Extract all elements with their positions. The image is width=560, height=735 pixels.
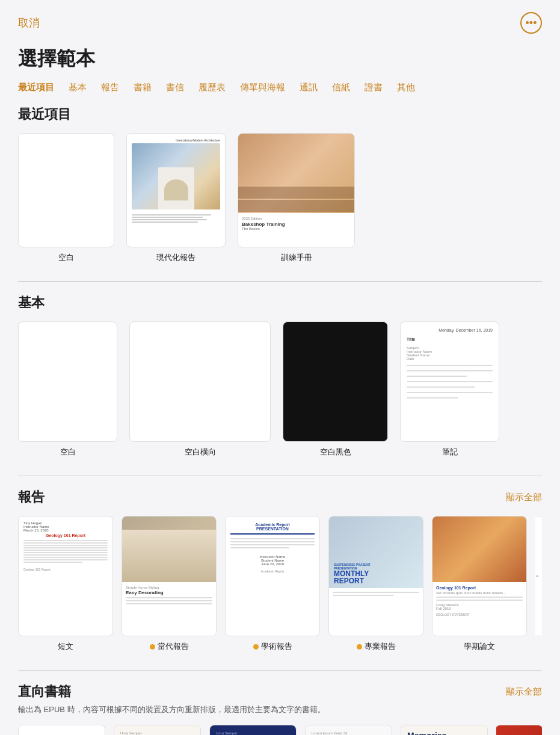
- book-etend[interactable]: Urna Semper Etend... Etend...: [209, 725, 297, 735]
- book-memories-traveler[interactable]: Memoriesof aTraveler Memories of a Trave…: [401, 725, 488, 735]
- portrait-books-subtitle: 輸出為 EPUB 時，內容可根據不同的裝置及方向重新排版，最適用於主要為文字的書…: [18, 704, 542, 715]
- more-icon: •••: [526, 17, 537, 29]
- template-label: 當代報告: [150, 641, 189, 652]
- header: 取消 •••: [0, 0, 560, 40]
- book-grid: 空白 Urna Semper Desert Dunes Desert Dunes…: [18, 725, 542, 735]
- template-blank-landscape[interactable]: 空白橫向: [129, 321, 271, 457]
- report-section: 報告 顯示全部 Tina HuganInstructor NameMarch 1…: [0, 488, 560, 670]
- book-shatter[interactable]: ASHATTER A Shatter: [496, 725, 542, 735]
- book-desert-dunes[interactable]: Urna Semper Desert Dunes Desert Dunes: [114, 725, 201, 735]
- category-flyer[interactable]: 傳單與海報: [240, 82, 285, 93]
- template-blank-recent[interactable]: 空白: [18, 133, 114, 263]
- template-label: 空白黑色: [320, 447, 351, 457]
- basic-grid: 空白 空白橫向 空白黑色 Monday, December 16, 2019 T…: [18, 321, 542, 457]
- template-label: 學期論文: [464, 641, 495, 652]
- template-blank-basic[interactable]: 空白: [18, 321, 117, 457]
- divider-recent: [18, 281, 542, 282]
- more-button[interactable]: •••: [520, 12, 542, 34]
- divider-report: [18, 670, 542, 671]
- report-show-all-button[interactable]: 顯示全部: [506, 492, 542, 503]
- portrait-books-show-all-button[interactable]: 顯示全部: [506, 686, 542, 698]
- template-label: 訓練手冊: [281, 252, 312, 263]
- category-other[interactable]: 其他: [397, 82, 415, 93]
- category-resume[interactable]: 履歷表: [198, 82, 226, 93]
- template-modern-report[interactable]: International Modern Architecture 現代化報告: [126, 133, 226, 263]
- category-newsletter[interactable]: 通訊: [300, 82, 318, 93]
- category-letter[interactable]: 書信: [166, 82, 184, 93]
- template-label: 空白: [60, 447, 76, 457]
- report-section-title: 報告: [18, 488, 45, 506]
- template-partial[interactable]: A...: [535, 516, 542, 652]
- template-contemporary-report[interactable]: Simple Home Styling Easy Decorating 當代報告: [122, 516, 217, 652]
- page-title: 選擇範本: [0, 40, 560, 82]
- category-basic[interactable]: 基本: [69, 82, 87, 93]
- category-nav: 最近項目 基本 報告 書籍 書信 履歷表 傳單與海報 通訊 信紙 證書 其他: [0, 82, 560, 105]
- divider-basic: [18, 476, 542, 476]
- report-section-header: 報告 顯示全部: [18, 488, 542, 506]
- category-recent[interactable]: 最近項目: [18, 82, 54, 93]
- category-certificate[interactable]: 證書: [365, 82, 383, 93]
- template-label: 專業報告: [357, 641, 396, 652]
- basic-section: 基本 空白 空白橫向 空白黑色 Monday, December 16, 201…: [0, 294, 560, 476]
- template-label: 短文: [58, 641, 73, 652]
- recent-section-title: 最近項目: [18, 105, 71, 123]
- category-books[interactable]: 書籍: [134, 82, 152, 93]
- portrait-books-section-header: 直向書籍 顯示全部: [18, 683, 542, 701]
- portrait-books-title: 直向書籍: [18, 683, 71, 701]
- template-label: 學術報告: [253, 641, 292, 652]
- book-urna-semper[interactable]: Lorem Ipsum Dolor Sit Urna Semper Etend.…: [305, 725, 392, 735]
- book-blank[interactable]: 空白: [18, 725, 105, 735]
- basic-section-header: 基本: [18, 294, 542, 312]
- category-report[interactable]: 報告: [101, 82, 119, 93]
- category-stationery[interactable]: 信紙: [332, 82, 350, 93]
- portrait-books-section: 直向書籍 顯示全部 輸出為 EPUB 時，內容可根據不同的裝置及方向重新排版，最…: [0, 683, 560, 735]
- template-label: 空白: [58, 252, 74, 263]
- template-term-paper[interactable]: Geology 101 Report Set of lacus quis nun…: [432, 516, 527, 652]
- recent-grid: 空白 International Modern Architecture: [18, 133, 542, 263]
- template-short-essay[interactable]: Tina HuganInstructor NameMarch 15, 2020 …: [18, 516, 113, 652]
- template-professional-report[interactable]: SUSPENDISSE PRASENTPRESENTATION MONTHLYR…: [328, 516, 423, 652]
- template-training[interactable]: 2025 Edition Bakeshop Training The Basic…: [238, 133, 355, 263]
- basic-section-title: 基本: [18, 294, 45, 312]
- cancel-button[interactable]: 取消: [18, 16, 40, 30]
- report-grid: Tina HuganInstructor NameMarch 15, 2020 …: [18, 516, 542, 652]
- recent-section: 最近項目 空白 International Modern Architectur…: [0, 105, 560, 281]
- template-label: 空白橫向: [185, 447, 216, 457]
- template-academic-report[interactable]: Academic ReportPRESENTATION Instructor N…: [225, 516, 320, 652]
- template-label: 筆記: [442, 447, 458, 457]
- template-blank-black[interactable]: 空白黑色: [283, 321, 388, 457]
- template-notes[interactable]: Monday, December 16, 2019 Title Subject:…: [400, 321, 499, 457]
- template-label: 現代化報告: [156, 252, 195, 263]
- recent-section-header: 最近項目: [18, 105, 542, 123]
